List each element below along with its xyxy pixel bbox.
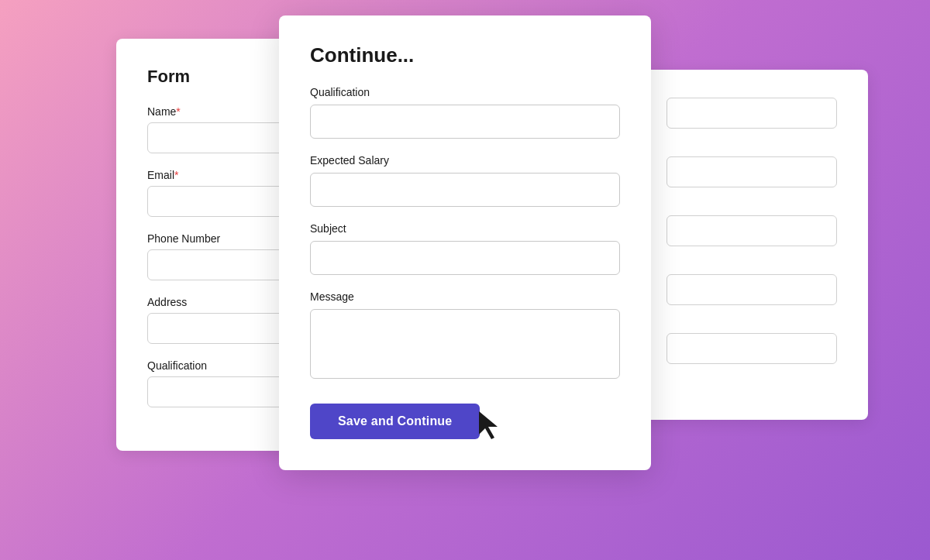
field-expected-salary: Expected Salary — [310, 154, 620, 207]
svg-marker-0 — [479, 411, 498, 439]
field-message: Message — [310, 290, 620, 382]
input-expected-salary[interactable] — [310, 173, 620, 207]
modal-overlay: Continue... Qualification Expected Salar… — [0, 0, 930, 560]
cursor-arrow-icon — [479, 411, 504, 439]
input-qualification[interactable] — [310, 105, 620, 139]
field-qualification: Qualification — [310, 86, 620, 139]
modal-title: Continue... — [310, 43, 620, 67]
save-button-container: Save and Continue — [310, 404, 620, 439]
label-qualification: Qualification — [310, 86, 620, 98]
textarea-message[interactable] — [310, 309, 620, 379]
modal-card: Continue... Qualification Expected Salar… — [279, 15, 651, 470]
label-expected-salary: Expected Salary — [310, 154, 620, 167]
input-subject[interactable] — [310, 241, 620, 275]
save-and-continue-button[interactable]: Save and Continue — [310, 404, 480, 439]
label-message: Message — [310, 290, 620, 303]
label-subject: Subject — [310, 222, 620, 235]
field-subject: Subject — [310, 222, 620, 275]
